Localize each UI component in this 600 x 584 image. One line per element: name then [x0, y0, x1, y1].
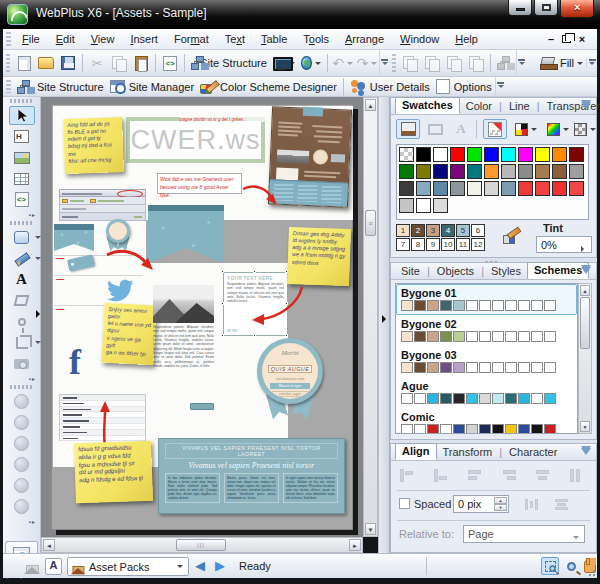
rotate-tool[interactable] [9, 312, 35, 331]
web-object-tool-3[interactable] [9, 434, 35, 453]
panel-menu-icon[interactable] [581, 102, 591, 114]
bitmap-fill-button[interactable] [573, 119, 597, 139]
scheme-item-bygone-01[interactable]: Bygone 01 [396, 284, 577, 315]
tab-site[interactable]: Site [395, 264, 426, 279]
toolbar-overflow-chevron[interactable] [516, 50, 526, 76]
web-object-tool-1[interactable] [9, 392, 35, 411]
color-swatch[interactable] [569, 147, 584, 162]
tab-transform[interactable]: Transform [437, 445, 499, 460]
toolbar-grip[interactable] [10, 99, 32, 103]
align-right-icon[interactable] [433, 468, 450, 483]
mdi-minimize-button[interactable]: – [544, 33, 558, 45]
pencil-tool[interactable] [9, 249, 35, 268]
page-selector-dropdown[interactable]: Asset Packs [67, 557, 189, 576]
distribute-v-icon[interactable] [553, 497, 570, 512]
color-swatch[interactable] [467, 164, 482, 179]
mdi-close-button[interactable]: × [575, 33, 589, 45]
schemes-scrollbar[interactable]: ▲ ▼ [578, 283, 592, 434]
next-page-button[interactable]: ▶ [215, 558, 225, 573]
rosette-asset-large[interactable]: Morbi QUIS AUGUE sed ullamcorper vitae M… [257, 338, 325, 430]
save-button[interactable] [57, 52, 79, 74]
scroll-up-button[interactable]: ▲ [580, 285, 590, 296]
scheme-color-swatch[interactable]: 10 [441, 238, 455, 251]
minimize-button[interactable] [508, 0, 532, 16]
scheme-color-swatch[interactable]: 12 [471, 238, 485, 251]
color-swatch[interactable] [518, 147, 533, 162]
color-scheme-designer-button[interactable]: Color Scheme Designer [197, 76, 340, 98]
align-center-icon[interactable] [535, 468, 552, 483]
toolbar-overflow-chevron[interactable] [586, 59, 597, 68]
toolbar-overflow[interactable]: ▪▸ [29, 518, 36, 525]
scroll-up-button[interactable]: ▲ [365, 99, 376, 111]
toolbar-overflow-chevron[interactable] [495, 77, 506, 96]
scroll-right-button[interactable]: ► [349, 539, 361, 551]
arrange-backward-button[interactable] [465, 52, 487, 74]
page[interactable]: CWER.ws pagse ptsnbr vo iv g det t gvkes… [51, 104, 353, 530]
color-swatch[interactable] [569, 181, 584, 196]
color-swatch[interactable] [484, 181, 499, 196]
tab-schemes[interactable]: Schemes [527, 262, 589, 279]
text-frame-tool[interactable]: H [9, 127, 35, 146]
zoom-tool[interactable] [562, 557, 580, 575]
sample-page-thumbnail[interactable] [268, 106, 352, 207]
color-swatch[interactable] [433, 181, 448, 196]
arrange-forward-button[interactable] [443, 52, 465, 74]
maximize-button[interactable] [534, 0, 558, 16]
fill-button[interactable]: Fill [537, 52, 586, 74]
new-button[interactable] [13, 52, 35, 74]
menu-text[interactable]: Text [217, 31, 253, 47]
site-structure-button[interactable]: Site Structure [14, 76, 107, 98]
scheme-color-swatch[interactable]: 6 [471, 224, 485, 237]
color-swatch[interactable] [501, 147, 516, 162]
facebook-asset[interactable]: f [69, 347, 81, 377]
color-swatch[interactable] [433, 198, 448, 213]
color-swatch[interactable] [399, 181, 414, 196]
scheme-color-swatch[interactable]: 5 [456, 224, 470, 237]
standard-palette-button[interactable] [511, 119, 541, 139]
studio-panel-splitter[interactable] [378, 97, 390, 553]
scroll-down-button[interactable]: ▼ [365, 523, 376, 535]
footer-panel-asset[interactable]: VIVAMUS VEL SAPIEN PRAESENT NISL TORTOR … [158, 438, 345, 514]
web-object-tool-5[interactable] [9, 476, 35, 495]
title-bar[interactable]: WebPlus X6 - [Assets - Sample] × [0, 0, 600, 29]
scheme-color-swatch[interactable]: 8 [411, 238, 425, 251]
user-details-button[interactable]: User Details [347, 76, 433, 98]
color-swatch[interactable] [552, 147, 567, 162]
tab-transparency[interactable]: Transparency [541, 99, 600, 114]
color-swatch[interactable] [467, 181, 482, 196]
resize-grip[interactable] [586, 567, 595, 576]
banner-asset-large[interactable] [148, 205, 224, 263]
color-swatch[interactable] [399, 198, 414, 213]
menu-window[interactable]: Window [392, 31, 447, 47]
cut-button[interactable]: ✂ [86, 52, 108, 74]
color-swatch[interactable] [416, 164, 431, 179]
relative-to-dropdown[interactable]: Page [463, 525, 585, 543]
twitter-bird-asset[interactable] [104, 276, 136, 302]
gradient-fill-button[interactable] [543, 119, 573, 139]
site-structure-button[interactable]: Site Structure [188, 52, 270, 74]
color-swatch[interactable] [535, 181, 550, 196]
distribute-h-icon[interactable] [523, 497, 540, 512]
tint-input[interactable]: 0% [536, 236, 592, 253]
scheme-color-swatch[interactable]: 2 [411, 224, 425, 237]
toolbar-overflow-chevron[interactable] [379, 50, 389, 76]
color-swatch[interactable] [450, 147, 465, 162]
table-tool[interactable] [9, 169, 35, 188]
toolbar-grip[interactable] [392, 54, 396, 72]
article-text[interactable]: Suspendisse potenti. Aliquam tincidunt, … [153, 325, 214, 405]
scheme-color-swatch[interactable]: 3 [426, 224, 440, 237]
text-well-button[interactable]: A [449, 119, 473, 139]
line-well-button[interactable] [423, 119, 447, 139]
menu-insert[interactable]: Insert [122, 31, 166, 47]
canvas-horizontal-scrollbar[interactable]: ◄ ||| ► [41, 537, 363, 553]
arrange-front-button[interactable] [399, 52, 421, 74]
color-swatch[interactable] [416, 147, 431, 162]
color-swatch[interactable] [518, 181, 533, 196]
tab-character[interactable]: Character [503, 445, 563, 460]
picture-tool[interactable] [9, 148, 35, 167]
insert-html-button[interactable]: <> [159, 52, 181, 74]
undo-button[interactable]: ↶ [331, 52, 355, 74]
color-swatch[interactable] [484, 164, 499, 179]
scheme-item-bygone-03[interactable]: Bygone 03 [396, 346, 577, 377]
toolbar-overflow[interactable]: ▪▸ [29, 211, 36, 218]
